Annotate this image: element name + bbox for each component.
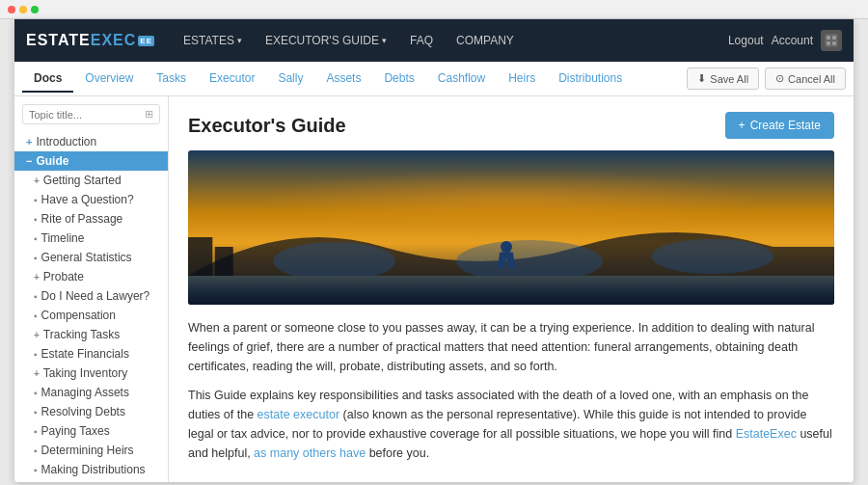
- brand-icon: EE: [138, 36, 154, 46]
- sidebar-item-resolving-debts[interactable]: ▪ Resolving Debts: [14, 402, 168, 421]
- svg-rect-4: [832, 41, 836, 45]
- sidebar-item-determining-heirs[interactable]: ▪ Determining Heirs: [14, 441, 168, 460]
- tab-tasks[interactable]: Tasks: [145, 66, 198, 93]
- sidebar-item-guide[interactable]: − Guide: [14, 151, 168, 171]
- plus-icon: +: [34, 330, 40, 340]
- sidebar-item-making-distributions[interactable]: ▪ Making Distributions: [14, 460, 168, 479]
- tab-actions: ⬇ Save All ⊙ Cancel All: [687, 67, 846, 90]
- plus-icon: +: [34, 272, 40, 283]
- doc-icon: ▪: [34, 291, 38, 302]
- tab-docs[interactable]: Docs: [22, 66, 73, 93]
- chevron-down-icon: ▾: [382, 36, 387, 45]
- doc-icon: ▪: [34, 233, 38, 244]
- doc-icon: ▪: [34, 407, 38, 418]
- doc-icon: ▪: [34, 253, 38, 263]
- maximize-dot[interactable]: [31, 6, 39, 13]
- svg-rect-8: [188, 237, 212, 276]
- sidebar-item-do-i-need-a-lawyer[interactable]: ▪ Do I Need a Lawyer?: [14, 286, 168, 306]
- figure-svg: [492, 239, 521, 278]
- nav-item-faq[interactable]: FAQ: [400, 28, 443, 53]
- sidebar-item-estate-financials[interactable]: ▪ Estate Financials: [14, 344, 168, 364]
- brand-name-part2: EXEC: [91, 32, 137, 48]
- cancel-icon: ⊙: [775, 72, 784, 85]
- sidebar: ⊞ + Introduction − Guide + Getting Start…: [14, 96, 169, 482]
- nav-items: ESTATES ▾ EXECUTOR'S GUIDE ▾ FAQ COMPANY: [174, 28, 728, 53]
- tab-assets[interactable]: Assets: [314, 66, 372, 93]
- sidebar-item-managing-assets[interactable]: ▪ Managing Assets: [14, 383, 168, 402]
- svg-rect-0: [825, 34, 838, 47]
- doc-icon: ▪: [34, 445, 38, 456]
- content-area: Executor's Guide + Create Estate: [169, 96, 854, 482]
- search-input[interactable]: [29, 109, 145, 121]
- save-all-button[interactable]: ⬇ Save All: [687, 67, 759, 90]
- others-link[interactable]: as many others have: [254, 446, 366, 460]
- tab-executor[interactable]: Executor: [198, 66, 266, 93]
- plus-icon: +: [34, 368, 40, 379]
- close-dot[interactable]: [8, 6, 15, 13]
- sidebar-item-taking-inventory[interactable]: + Taking Inventory: [14, 364, 168, 383]
- svg-rect-2: [832, 36, 836, 40]
- svg-rect-1: [827, 36, 830, 40]
- svg-rect-3: [827, 41, 830, 45]
- doc-icon: ▪: [34, 214, 38, 225]
- chevron-down-icon: ▾: [237, 36, 242, 45]
- sidebar-item-timeline[interactable]: ▪ Timeline: [14, 229, 168, 248]
- svg-point-7: [651, 239, 773, 274]
- brand-name-part1: ESTATE: [26, 32, 91, 48]
- sidebar-item-introduction[interactable]: + Introduction: [14, 132, 168, 151]
- sidebar-item-tracking-tasks[interactable]: + Tracking Tasks: [14, 325, 168, 344]
- account-button[interactable]: Account: [772, 34, 813, 47]
- logout-button[interactable]: Logout: [728, 34, 764, 47]
- tab-debts[interactable]: Debts: [372, 66, 425, 93]
- create-estate-button[interactable]: + Create Estate: [725, 112, 834, 139]
- svg-point-10: [501, 241, 512, 253]
- plus-icon: +: [739, 119, 746, 132]
- sun-glow: [253, 170, 770, 228]
- nav-item-estates[interactable]: ESTATES ▾: [174, 28, 252, 53]
- minimize-dot[interactable]: [19, 6, 27, 13]
- sidebar-item-rite-of-passage[interactable]: ▪ Rite of Passage: [14, 209, 168, 229]
- doc-icon: ▪: [34, 465, 38, 475]
- sidebar-item-compensation[interactable]: ▪ Compensation: [14, 306, 168, 325]
- content-paragraph-1: When a parent or someone close to you pa…: [188, 318, 834, 376]
- account-icon[interactable]: [821, 30, 842, 51]
- brand-logo[interactable]: ESTATEEXECEE: [26, 32, 154, 49]
- tab-overview[interactable]: Overview: [73, 66, 145, 93]
- estate-executor-link[interactable]: estate executor: [258, 408, 339, 421]
- hero-image: [188, 150, 834, 305]
- tab-cashflow[interactable]: Cashflow: [426, 66, 497, 93]
- sidebar-item-wrapping-it-up[interactable]: ▪ Wrapping It Up: [14, 479, 168, 482]
- tab-distributions[interactable]: Distributions: [547, 66, 634, 93]
- doc-icon: ▪: [34, 195, 38, 205]
- app-container: ESTATEEXECEE ESTATES ▾ EXECUTOR'S GUIDE …: [14, 19, 854, 482]
- sidebar-item-getting-started[interactable]: + Getting Started: [14, 171, 168, 190]
- search-icon: ⊞: [145, 108, 153, 121]
- content-header: Executor's Guide + Create Estate: [188, 112, 834, 139]
- minus-icon: −: [26, 155, 32, 167]
- doc-icon: ▪: [34, 426, 38, 437]
- nav-right: Logout Account: [728, 30, 842, 51]
- content-paragraph-2: This Guide explains key responsibilities…: [188, 386, 834, 463]
- plus-icon: +: [34, 175, 40, 186]
- nav-item-executors-guide[interactable]: EXECUTOR'S GUIDE ▾: [256, 28, 396, 53]
- sidebar-item-have-a-question[interactable]: ▪ Have a Question?: [14, 190, 168, 209]
- tab-bar: Docs Overview Tasks Executor Sally Asset…: [14, 62, 854, 96]
- svg-point-6: [456, 240, 603, 276]
- tab-sally[interactable]: Sally: [266, 66, 314, 93]
- tab-heirs[interactable]: Heirs: [497, 66, 547, 93]
- plus-icon: +: [26, 136, 32, 148]
- cancel-all-button[interactable]: ⊙ Cancel All: [765, 67, 846, 90]
- sidebar-search-container: ⊞: [22, 104, 160, 124]
- sidebar-item-paying-taxes[interactable]: ▪ Paying Taxes: [14, 421, 168, 441]
- main-content: ⊞ + Introduction − Guide + Getting Start…: [14, 96, 854, 482]
- browser-chrome: [0, 0, 868, 19]
- sidebar-item-probate[interactable]: + Probate: [14, 267, 168, 286]
- nav-item-company[interactable]: COMPANY: [447, 28, 524, 53]
- sidebar-item-general-statistics[interactable]: ▪ General Statistics: [14, 248, 168, 267]
- water-reflection: [188, 276, 834, 305]
- doc-icon: ▪: [34, 388, 38, 398]
- doc-icon: ▪: [34, 310, 38, 321]
- page-title: Executor's Guide: [188, 115, 346, 137]
- save-icon: ⬇: [697, 72, 706, 85]
- estateexec-link[interactable]: EstateExec: [736, 427, 797, 441]
